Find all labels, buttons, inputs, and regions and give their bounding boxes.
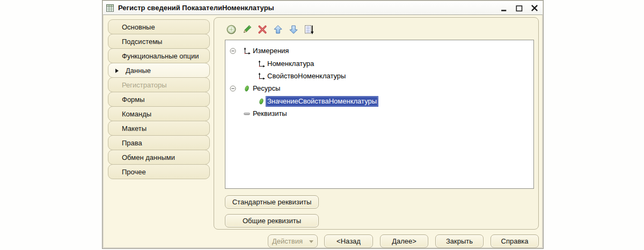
ordered-list-icon [304, 24, 314, 35]
edit-button[interactable] [241, 24, 252, 35]
tab-data[interactable]: Данные [108, 63, 210, 78]
tab-other[interactable]: Прочее [108, 164, 210, 179]
window-title: Регистр сведений ПоказателиНоменклатуры [118, 4, 274, 12]
selected-tab-arrow-icon [115, 69, 119, 73]
tree-row[interactable]: Реквизиты [225, 108, 533, 119]
move-up-button[interactable] [273, 24, 283, 35]
arrow-up-icon [273, 24, 283, 35]
next-button[interactable]: Далее> [380, 234, 428, 248]
collapse-icon[interactable] [230, 85, 236, 92]
delete-button[interactable] [257, 24, 268, 35]
actions-dropdown-button[interactable]: Действия [268, 234, 318, 248]
attribute-icon [243, 110, 251, 117]
tab-forms[interactable]: Формы [108, 92, 210, 107]
resource-icon [258, 98, 265, 105]
screenshot-canvas: Регистр сведений ПоказателиНоменклатуры … [0, 0, 644, 250]
resource-icon [243, 85, 251, 92]
tree-item-label[interactable]: СвойствоНоменклатуры [267, 71, 346, 82]
register-structure-tree[interactable]: Измерения Номенклатура [225, 40, 534, 189]
tree-toolbar [226, 24, 314, 36]
tab-registrars: Регистраторы [108, 77, 210, 92]
back-button[interactable]: <Назад [324, 234, 373, 248]
tab-templates[interactable]: Макеты [108, 121, 210, 136]
minimize-button[interactable] [500, 4, 508, 12]
chevron-down-icon [309, 240, 313, 243]
tree-row[interactable]: Номенклатура [225, 58, 533, 69]
set-order-button[interactable] [304, 24, 314, 35]
tab-main[interactable]: Основные [108, 19, 210, 34]
tree-item-label[interactable]: Измерения [253, 46, 289, 56]
tree-row[interactable]: СвойствоНоменклатуры [225, 71, 533, 82]
maximize-button[interactable] [515, 4, 523, 12]
information-register-icon [106, 4, 114, 12]
tab-functional-options[interactable]: Функциональные опции [108, 48, 210, 63]
dimension-icon [243, 47, 251, 55]
close-dialog-button[interactable]: Закрыть [435, 234, 484, 248]
standard-attributes-button[interactable]: Стандартные реквизиты [225, 195, 319, 209]
tab-commands[interactable]: Команды [108, 106, 210, 121]
tree-row[interactable]: Измерения [225, 46, 533, 56]
register-properties-window: Регистр сведений ПоказателиНоменклатуры … [102, 0, 544, 249]
tree-item-label-selected[interactable]: ЗначениеСвойстваНоменклатуры [266, 96, 378, 107]
common-attributes-button[interactable]: Общие реквизиты [225, 214, 319, 227]
arrow-down-icon [288, 24, 299, 35]
dimension-icon [258, 60, 265, 68]
titlebar: Регистр сведений ПоказателиНоменклатуры [103, 1, 543, 15]
tab-data-exchange[interactable]: Обмен данными [108, 150, 210, 165]
plus-circle-icon [226, 24, 237, 35]
red-cross-icon [257, 24, 268, 35]
tree-item-label[interactable]: Ресурсы [253, 83, 280, 94]
close-button[interactable] [530, 4, 538, 12]
tree-item-label[interactable]: Реквизиты [253, 108, 287, 119]
window-controls [500, 1, 538, 15]
collapse-icon[interactable] [230, 48, 236, 54]
pencil-icon [241, 24, 252, 35]
move-down-button[interactable] [288, 24, 299, 35]
help-button[interactable]: Справка [491, 234, 539, 248]
dimension-icon [258, 72, 265, 80]
data-tab-panel: Измерения Номенклатура [214, 17, 539, 230]
tree-item-label[interactable]: Номенклатура [267, 58, 314, 69]
add-button[interactable] [226, 24, 237, 35]
tree-row[interactable]: ЗначениеСвойстваНоменклатуры [225, 96, 533, 107]
tree-row[interactable]: Ресурсы [225, 83, 533, 94]
tab-subsystems[interactable]: Подсистемы [108, 34, 210, 49]
tab-rights[interactable]: Права [108, 135, 210, 150]
